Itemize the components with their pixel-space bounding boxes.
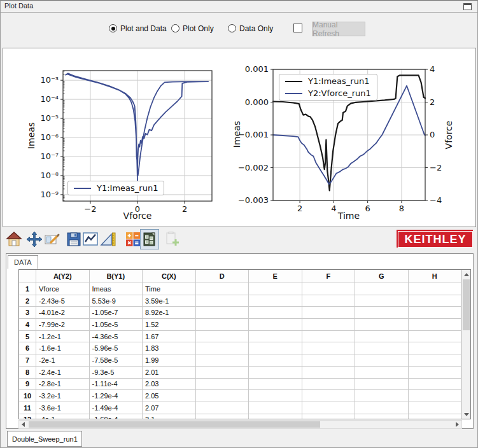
table-row[interactable]: 7-2e-1-7.58e-51.99 [19, 354, 470, 367]
column-header[interactable]: D [196, 270, 250, 283]
table-cell[interactable] [196, 295, 250, 307]
table-cell[interactable] [196, 402, 250, 414]
column-header[interactable]: C(X) [143, 270, 196, 283]
column-header[interactable]: E [249, 270, 302, 283]
table-cell[interactable] [409, 319, 462, 331]
table-cell[interactable] [196, 379, 250, 391]
table-cell[interactable] [196, 367, 250, 379]
table-cell[interactable] [355, 319, 409, 331]
table-cell[interactable] [409, 402, 462, 414]
scroll-down-arrow[interactable] [462, 410, 470, 419]
table-cell[interactable] [196, 414, 250, 419]
table-cell[interactable] [302, 283, 356, 295]
horizontal-scrollbar[interactable] [18, 420, 462, 429]
table-cell[interactable]: Time [143, 283, 196, 295]
table-cell[interactable] [249, 307, 302, 319]
table-cell[interactable] [409, 379, 462, 391]
table-cell[interactable]: 1.67 [143, 331, 196, 343]
pan-button[interactable] [25, 229, 44, 249]
table-cell[interactable] [196, 331, 250, 343]
manual-refresh-button[interactable]: Manual Refresh [312, 22, 365, 36]
table-row[interactable]: 2-2.43e-55.53e-93.59e-1 [19, 295, 470, 307]
table-cell[interactable] [249, 319, 302, 331]
table-cell[interactable]: -4.36e-5 [90, 331, 143, 343]
table-cell[interactable] [249, 390, 302, 402]
table-cell[interactable] [355, 342, 409, 354]
table-cell[interactable]: 1.83 [143, 342, 196, 354]
table-cell[interactable] [409, 390, 462, 402]
manual-refresh-checkbox[interactable] [293, 24, 302, 32]
table-cell[interactable] [249, 342, 302, 354]
table-cell[interactable] [302, 295, 356, 307]
table-cell[interactable] [302, 331, 356, 343]
column-header[interactable]: F [302, 270, 356, 283]
horizontal-scroll-thumb[interactable] [29, 421, 320, 428]
column-header[interactable]: A(Y2) [36, 270, 90, 283]
table-cell[interactable]: -5.96e-5 [90, 342, 143, 354]
table-cell[interactable] [249, 379, 302, 391]
table-cell[interactable] [355, 307, 409, 319]
radio-plot-and-data[interactable] [109, 24, 117, 32]
table-cell[interactable] [409, 331, 462, 343]
table-row[interactable]: 5-1.2e-1-4.36e-51.67 [19, 331, 470, 343]
table-cell[interactable] [196, 390, 250, 402]
table-cell[interactable] [355, 414, 409, 419]
table-cell[interactable] [302, 414, 356, 419]
table-cell[interactable] [302, 319, 356, 331]
table-cell[interactable] [409, 342, 462, 354]
table-cell[interactable] [196, 354, 250, 367]
table-cell[interactable]: -1.05e-5 [90, 319, 143, 331]
scaling-button[interactable] [98, 229, 117, 249]
table-cell[interactable]: 2.1 [143, 414, 196, 419]
table-cell[interactable] [409, 307, 462, 319]
table-cell[interactable] [302, 342, 356, 354]
vertical-scroll-thumb[interactable] [463, 279, 470, 330]
row-number[interactable]: 11 [19, 402, 36, 414]
table-row[interactable]: 10-3.2e-1-1.29e-42.05 [19, 390, 470, 402]
table-cell[interactable]: 8.92e-1 [143, 307, 196, 319]
row-number[interactable]: 10 [19, 390, 36, 402]
table-cell[interactable]: 1.99 [143, 354, 196, 367]
table-cell[interactable]: -7.58e-5 [90, 354, 143, 367]
table-cell[interactable] [355, 295, 409, 307]
row-number[interactable]: 1 [19, 283, 36, 295]
table-cell[interactable]: -1.49e-4 [90, 402, 143, 414]
table-cell[interactable] [409, 283, 462, 295]
table-cell[interactable] [302, 354, 356, 367]
table-cell[interactable]: 5.53e-9 [90, 295, 143, 307]
scroll-up-arrow[interactable] [462, 270, 470, 279]
radio-plot-only[interactable] [171, 24, 179, 32]
table-cell[interactable]: -4e-1 [36, 414, 90, 419]
table-row[interactable]: 11-3.6e-1-1.49e-42.07 [19, 402, 470, 414]
table-cell[interactable] [196, 283, 250, 295]
radio-data-only[interactable] [228, 24, 236, 32]
table-row[interactable]: 4-7.99e-2-1.05e-51.52 [19, 319, 470, 331]
table-cell[interactable] [355, 367, 409, 379]
table-cell[interactable]: -3.2e-1 [36, 390, 90, 402]
table-cell[interactable] [249, 283, 302, 295]
table-cell[interactable] [249, 354, 302, 367]
table-cell[interactable] [249, 331, 302, 343]
home-button[interactable] [4, 229, 24, 249]
table-cell[interactable]: 3.59e-1 [143, 295, 196, 307]
row-number[interactable]: 8 [19, 367, 36, 379]
tab-data[interactable]: DATA [8, 255, 38, 269]
column-header[interactable]: B(Y1) [90, 270, 143, 283]
table-cell[interactable] [355, 402, 409, 414]
table-cell[interactable]: 2.07 [143, 402, 196, 414]
table-cell[interactable]: -2.8e-1 [36, 379, 90, 391]
table-cell[interactable] [355, 390, 409, 402]
scroll-left-arrow[interactable] [19, 420, 27, 429]
table-cell[interactable]: Imeas [90, 283, 143, 295]
table-cell[interactable] [409, 295, 462, 307]
table-cell[interactable] [249, 367, 302, 379]
table-cell[interactable] [409, 367, 462, 379]
table-cell[interactable] [249, 295, 302, 307]
table-cell[interactable] [249, 414, 302, 419]
table-cell[interactable]: -7.99e-2 [36, 319, 90, 331]
table-row[interactable]: 8-2.4e-1-9.3e-52.01 [19, 367, 470, 379]
table-cell[interactable] [302, 367, 356, 379]
row-number[interactable]: 12 [19, 414, 36, 419]
table-cell[interactable] [249, 402, 302, 414]
row-number[interactable]: 5 [19, 331, 36, 343]
